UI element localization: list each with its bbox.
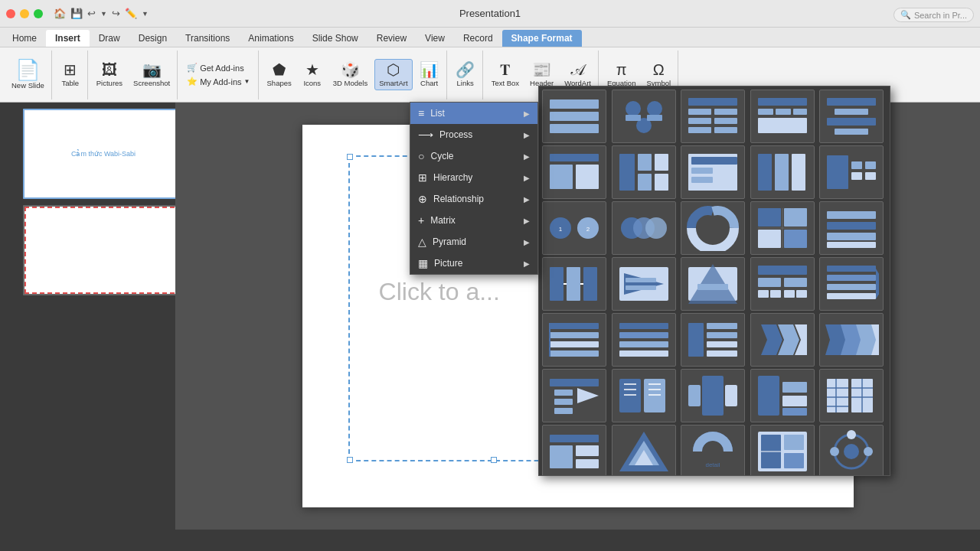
gallery-item-22[interactable] [612,313,676,367]
handle-bl[interactable] [347,457,353,463]
title-bar: 🏠 💾 ↩ ▼ ↪ ✏️ ▼ Presentation1 🔍 Search in… [0,0,980,28]
gallery-item-34[interactable] [750,425,815,476]
undo-dropdown[interactable]: ▼ [100,10,107,18]
icons-icon: ★ [305,62,319,77]
maximize-button[interactable] [34,9,43,18]
customize-icon[interactable]: ✏️ [125,8,137,19]
gallery-item-3[interactable] [681,90,745,143]
svg-rect-68 [626,278,656,282]
undo-icon[interactable]: ↩ [87,8,96,19]
smartart-button[interactable]: ⬡ SmartArt [374,59,412,90]
handle-tl[interactable] [347,154,353,160]
search-bar[interactable]: 🔍 Search in Pr... [893,8,974,22]
gallery-item-31[interactable] [542,425,606,476]
menu-item-cycle[interactable]: ○ Cycle ▶ [410,145,537,167]
gallery-item-18[interactable] [681,257,745,311]
gallery-item-29[interactable] [750,369,815,422]
my-addins-button[interactable]: ⭐ My Add-ins ▼ [182,75,254,88]
tab-slideshow[interactable]: Slide Show [303,30,368,47]
svg-rect-60 [827,242,876,248]
tab-design[interactable]: Design [129,30,176,47]
screenshot-button[interactable]: 📷 Screenshot [129,60,174,90]
tab-animations[interactable]: Animations [239,30,302,47]
gallery-item-30[interactable] [819,369,884,422]
menu-item-matrix[interactable]: + Matrix ▶ [410,210,537,231]
svg-rect-23 [835,129,868,135]
customize-dropdown[interactable]: ▼ [142,10,149,18]
pictures-button[interactable]: 🖼 Pictures [93,60,126,90]
home-icon[interactable]: 🏠 [54,8,66,19]
icons-button[interactable]: ★ Icons [299,60,326,90]
tab-draw[interactable]: Draw [90,30,129,47]
gallery-item-19[interactable] [750,257,815,311]
menu-item-hierarchy[interactable]: ⊞ Hierarchy ▶ [410,167,537,188]
new-slide-button[interactable]: 📄 New Slide [8,57,48,92]
gallery-item-15[interactable] [819,201,884,255]
gallery-item-7[interactable] [612,145,676,199]
menu-item-picture[interactable]: ▦ Picture ▶ [410,253,537,274]
gallery-item-21[interactable] [542,313,606,367]
gallery-item-28[interactable] [681,369,745,422]
3d-models-button[interactable]: 🎲 3D Models [329,60,371,90]
tab-review[interactable]: Review [368,30,416,47]
svg-rect-57 [827,211,876,219]
redo-icon[interactable]: ↪ [112,8,120,19]
table-button[interactable]: ⊞ Table [57,60,84,90]
tab-insert[interactable]: Insert [46,30,90,47]
gallery-item-9[interactable] [750,145,815,199]
links-button[interactable]: 🔗 Links [452,60,479,90]
minimize-button[interactable] [20,9,29,18]
gallery-item-27[interactable] [612,369,676,422]
gallery-item-20[interactable] [819,257,884,311]
svg-marker-84 [876,269,879,299]
gallery-item-4[interactable] [750,90,815,143]
gallery-item-12[interactable] [612,201,676,255]
tab-record[interactable]: Record [454,30,502,47]
svg-rect-135 [550,435,599,442]
gallery-item-14[interactable] [750,201,815,255]
textbox-button[interactable]: 𝐓 Text Box [488,60,523,90]
my-addins-dropdown[interactable]: ▼ [244,78,250,85]
gallery-item-11[interactable]: 1 2 [542,201,606,255]
get-addins-button[interactable]: 🛒 Get Add-ins [182,61,254,74]
svg-rect-25 [550,165,573,189]
gallery-item-35[interactable] [819,425,884,476]
smartart-menu: ≡ List ▶ ⟶ Process ▶ ○ Cycle ▶ ⊞ Hierarc… [410,102,538,275]
gallery-grid: 1 2 [539,86,890,476]
gallery-item-32[interactable] [612,425,676,476]
menu-item-process[interactable]: ⟶ Process ▶ [410,124,537,145]
svg-rect-59 [827,233,876,240]
gallery-item-13[interactable] [681,201,745,255]
gallery-item-23[interactable] [681,313,745,367]
gallery-item-5[interactable] [819,90,884,143]
gallery-item-8[interactable] [681,145,745,199]
save-icon[interactable]: 💾 [70,8,83,19]
tab-shapeformat[interactable]: Shape Format [502,30,582,47]
tab-transitions[interactable]: Transitions [176,30,239,47]
slide-2-thumb[interactable] [23,205,176,295]
handle-bm[interactable] [491,457,497,463]
slide-1-thumb[interactable]: Cảm thức Wabi-Sabi [23,109,176,199]
tab-home[interactable]: Home [3,30,46,47]
gallery-item-1[interactable] [542,90,606,143]
chart-button[interactable]: 📊 Chart [416,60,443,90]
close-button[interactable] [6,9,15,18]
shapes-button[interactable]: ⬟ Shapes [263,60,296,90]
gallery-item-25[interactable] [819,313,884,367]
tab-view[interactable]: View [416,30,454,47]
menu-item-list[interactable]: ≡ List ▶ [410,103,537,124]
gallery-item-33[interactable]: detail [681,425,745,476]
gallery-item-10[interactable] [819,145,884,199]
gallery-item-26[interactable] [542,369,606,422]
menu-item-relationship[interactable]: ⊕ Relationship ▶ [410,188,537,210]
gallery-item-6[interactable] [542,145,606,199]
gallery-item-16[interactable] [542,257,606,311]
gallery-item-24[interactable] [750,313,815,367]
svg-rect-145 [784,435,804,450]
svg-rect-8 [688,98,737,106]
menu-item-pyramid[interactable]: △ Pyramid ▶ [410,231,537,253]
gallery-item-2[interactable] [612,90,676,143]
pyramid-menu-icon: △ [418,236,426,248]
gallery-item-17[interactable] [612,257,676,311]
svg-rect-76 [758,290,769,298]
